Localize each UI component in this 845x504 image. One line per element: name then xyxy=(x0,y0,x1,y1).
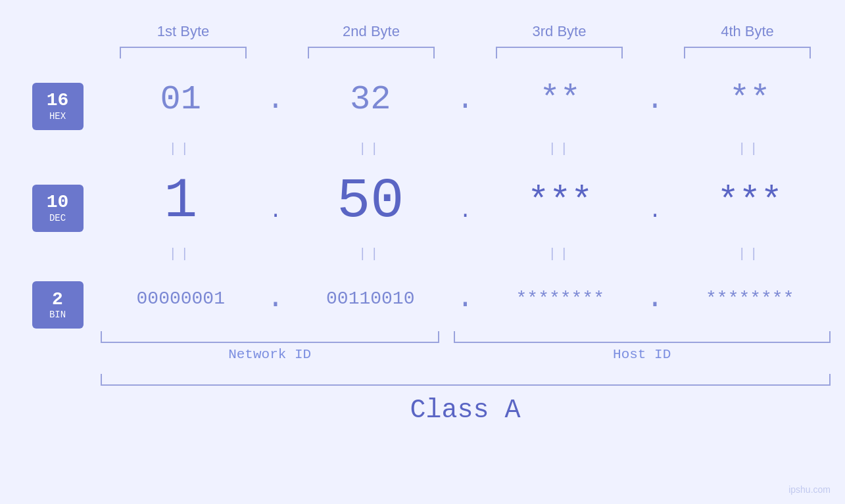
data-area: 16 HEX 10 DEC 2 BIN xyxy=(15,65,831,425)
badges-col: 16 HEX 10 DEC 2 BIN xyxy=(15,65,101,425)
dec-b2-cell: 50 xyxy=(290,170,451,233)
bin-dot3-val: . xyxy=(646,282,664,315)
hex-dot3-val: . xyxy=(646,83,664,116)
byte4-bracket-top xyxy=(684,47,811,58)
spacer1 xyxy=(263,23,292,58)
dec-dot3: . xyxy=(640,179,669,223)
network-id-label-cell: Network ID xyxy=(101,347,439,362)
equals-row1: || || || || xyxy=(101,134,831,164)
eq2-b4: || xyxy=(669,246,831,262)
hex-dot1: . xyxy=(261,83,290,116)
hex-b2: 32 xyxy=(350,80,391,119)
byte1-col: 1st Byte xyxy=(104,23,263,58)
hex-dot2-val: . xyxy=(456,83,473,116)
overall-bracket-row xyxy=(101,374,831,386)
bin-badge-row: 2 BIN xyxy=(32,275,84,334)
dec-b3-cell: *** xyxy=(480,181,641,222)
eq2-b1: || xyxy=(101,246,262,262)
byte3-header: 3rd Byte xyxy=(533,23,587,40)
bin-b4: ******** xyxy=(706,288,794,309)
values-col: 01 . 32 . ** . ** xyxy=(101,65,831,425)
byte1-bracket-top xyxy=(120,47,247,58)
bin-base: BIN xyxy=(49,309,66,320)
id-gap xyxy=(439,347,454,362)
byte2-bracket-top xyxy=(308,47,435,58)
spacer3 xyxy=(639,23,668,58)
bin-b2: 00110010 xyxy=(326,288,414,309)
dec-row: 1 . 50 . *** . *** xyxy=(101,164,831,239)
byte3-col: 3rd Byte xyxy=(480,23,639,58)
bin-dot3: . xyxy=(640,282,669,315)
bin-row: 00000001 . 00110010 . ******** . xyxy=(101,269,831,328)
id-labels-row: Network ID Host ID xyxy=(101,347,831,362)
eq1-b2-val: || xyxy=(358,141,382,156)
hex-num: 16 xyxy=(47,91,69,111)
eq2-b2-val: || xyxy=(358,246,382,262)
dec-b1-cell: 1 xyxy=(101,170,262,233)
watermark-text: ipshu.com xyxy=(788,484,831,495)
hex-b3: ** xyxy=(540,80,581,119)
hex-b4: ** xyxy=(729,80,770,119)
class-label: Class A xyxy=(410,396,520,425)
byte4-header: 4th Byte xyxy=(721,23,774,40)
dec-dot2: . xyxy=(451,179,480,223)
eq1-b1: || xyxy=(101,141,262,156)
spacer2 xyxy=(451,23,480,58)
byte1-header: 1st Byte xyxy=(157,23,209,40)
headers-row: 1st Byte 2nd Byte 3rd Byte 4th Byte xyxy=(104,13,827,58)
watermark: ipshu.com xyxy=(788,484,831,496)
hex-b1-cell: 01 xyxy=(101,80,262,119)
eq2-b1-val: || xyxy=(169,246,193,262)
byte4-col: 4th Byte xyxy=(668,23,827,58)
hex-b3-cell: ** xyxy=(480,80,641,119)
dec-dot1: . xyxy=(261,179,290,223)
hex-dot2: . xyxy=(451,83,480,116)
main-container: 1st Byte 2nd Byte 3rd Byte 4th Byte 16 xyxy=(0,0,845,504)
bin-b2-cell: 00110010 xyxy=(290,288,451,309)
hex-b2-cell: 32 xyxy=(290,80,451,119)
bin-b4-cell: ******** xyxy=(669,288,831,309)
host-id-label-cell: Host ID xyxy=(454,347,831,362)
host-id-bracket xyxy=(454,331,831,343)
hex-badge: 16 HEX xyxy=(32,83,84,130)
dec-b4-cell: *** xyxy=(669,181,831,222)
hex-row: 01 . 32 . ** . ** xyxy=(101,65,831,134)
eq1-b1-val: || xyxy=(169,141,193,156)
hex-b1: 01 xyxy=(160,80,201,119)
dec-num: 10 xyxy=(47,193,69,213)
hex-b4-cell: ** xyxy=(669,80,831,119)
eq2-b3-val: || xyxy=(548,246,572,262)
dec-badge-row: 10 DEC xyxy=(32,170,84,246)
dec-b1: 1 xyxy=(164,170,197,233)
bin-b3: ******** xyxy=(516,288,604,309)
dec-b2: 50 xyxy=(337,170,404,233)
dec-dot3-val: . xyxy=(648,199,661,223)
bin-b1-cell: 00000001 xyxy=(101,288,262,309)
bin-dot2: . xyxy=(451,282,480,315)
dec-dot1-val: . xyxy=(269,199,281,223)
eq1-b3-val: || xyxy=(548,141,572,156)
bracket-gap xyxy=(439,331,454,343)
eq2-b3: || xyxy=(480,246,641,262)
hex-dot3: . xyxy=(640,83,669,116)
eq2-b4-val: || xyxy=(738,246,761,262)
eq2-b2: || xyxy=(290,246,451,262)
bin-b3-cell: ******** xyxy=(480,288,641,309)
network-id-bracket xyxy=(101,331,439,343)
dec-b3: *** xyxy=(527,181,592,222)
overall-bracket xyxy=(101,374,831,386)
hex-dot1-val: . xyxy=(267,83,284,116)
hex-base: HEX xyxy=(49,111,66,122)
bin-b1: 00000001 xyxy=(137,288,225,309)
bin-num: 2 xyxy=(52,290,63,310)
byte3-bracket-top xyxy=(496,47,623,58)
hex-badge-row: 16 HEX xyxy=(32,72,84,141)
byte2-col: 2nd Byte xyxy=(292,23,451,58)
equals-row2: || || || || xyxy=(101,239,831,269)
dec-base: DEC xyxy=(49,213,66,223)
eq1-b4: || xyxy=(669,141,831,156)
bottom-brackets xyxy=(101,331,831,343)
bin-dot2-val: . xyxy=(456,282,473,315)
bin-dot1-val: . xyxy=(267,282,284,315)
host-id-label: Host ID xyxy=(613,347,671,362)
